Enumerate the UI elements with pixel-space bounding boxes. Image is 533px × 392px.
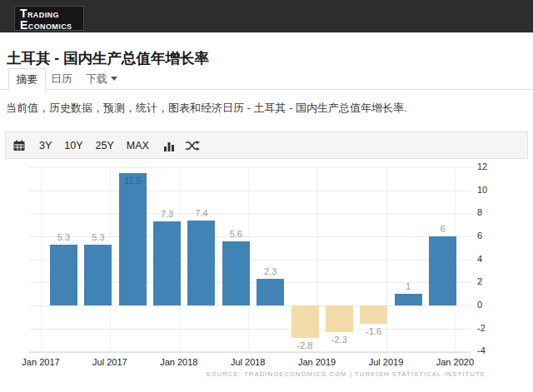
x-axis-tick-label: Jan 2017 [7, 357, 74, 367]
data-bar[interactable] [119, 173, 147, 305]
tab-summary[interactable]: 摘要 [8, 68, 46, 92]
x-axis-tick-label: Jan 2019 [284, 357, 351, 367]
bar-value-label: 5.6 [219, 229, 252, 239]
chevron-down-icon [111, 77, 117, 81]
bar-value-label: 7.4 [185, 208, 218, 218]
data-bar[interactable] [291, 305, 319, 338]
column-chart-icon[interactable] [163, 140, 175, 151]
y-axis-tick-label: 0 [477, 300, 497, 310]
data-bar[interactable] [326, 305, 353, 332]
bar-value-label: -1.6 [357, 326, 391, 336]
bar-value-label: 5.3 [82, 232, 115, 242]
data-bar[interactable] [257, 279, 284, 305]
y-axis-tick-label: 8 [477, 207, 497, 217]
y-axis-tick-label: -4 [477, 345, 497, 355]
y-axis-tick-label: 2 [477, 276, 497, 286]
x-axis-tick-label: Jul 2019 [353, 357, 420, 367]
y-axis-tick-label: -2 [477, 323, 497, 333]
logo-line-2: ECONOMICS [20, 20, 83, 32]
y-axis-tick-label: 6 [477, 231, 497, 241]
logo-line-1: TRADING [20, 8, 83, 20]
trading-economics-page: TRADING ECONOMICS 土耳其 - 国内生产总值年增长率 摘要 日历… [0, 0, 533, 392]
x-axis-tick-label: Jul 2017 [77, 357, 143, 367]
x-axis-baseline [29, 352, 471, 353]
data-bar[interactable] [187, 221, 215, 305]
bar-value-label: 6 [426, 224, 459, 234]
top-navigation-bar: TRADING ECONOMICS [0, 0, 533, 32]
data-bar[interactable] [395, 294, 422, 305]
chart-source-text: SOURCE: TRADINGECONOMICS.COM | TURKISH S… [206, 370, 486, 378]
trading-economics-logo[interactable]: TRADING ECONOMICS [14, 6, 84, 31]
calendar-icon[interactable] [13, 140, 25, 151]
tab-download[interactable]: 下载 [86, 68, 117, 90]
horizontal-gridline [29, 329, 471, 330]
chart-toolbar: 3Y 10Y 25Y MAX [5, 131, 528, 159]
x-axis-tick-label: Jan 2018 [146, 357, 212, 367]
bar-value-label: 11.5 [116, 176, 149, 186]
page-title: 土耳其 - 国内生产总值年增长率 [7, 48, 209, 68]
horizontal-gridline [29, 213, 471, 214]
data-bar[interactable] [360, 305, 387, 324]
range-max-button[interactable]: MAX [127, 140, 149, 151]
bar-value-label: -2.8 [288, 340, 321, 350]
y-axis-tick-label: 12 [477, 161, 497, 171]
data-bar[interactable] [429, 236, 456, 305]
range-25y-button[interactable]: 25Y [96, 140, 114, 151]
bar-value-label: 2.3 [254, 266, 287, 276]
horizontal-gridline [29, 167, 471, 168]
gdp-growth-bar-chart: SOURCE: TRADINGECONOMICS.COM | TURKISH S… [0, 160, 533, 392]
range-3y-button[interactable]: 3Y [39, 140, 52, 151]
bar-value-label: -2.3 [322, 335, 356, 345]
horizontal-gridline [29, 191, 471, 191]
bar-value-label: 7.3 [151, 209, 184, 219]
tab-bar: 摘要 日历 下载 [0, 68, 533, 90]
y-axis-tick-label: 4 [477, 254, 497, 264]
x-axis-tick-label: Jan 2020 [421, 357, 488, 367]
data-bar[interactable] [50, 245, 77, 305]
data-bar[interactable] [153, 221, 181, 305]
range-10y-button[interactable]: 10Y [64, 140, 82, 151]
horizontal-gridline [29, 305, 471, 306]
bar-value-label: 5.3 [47, 232, 81, 242]
data-bar[interactable] [222, 241, 250, 305]
page-description: 当前值，历史数据，预测，统计，图表和经济日历 - 土耳其 - 国内生产总值年增长… [6, 101, 522, 116]
tab-calendar[interactable]: 日历 [51, 68, 72, 90]
x-axis-tick-label: Jul 2018 [215, 357, 281, 367]
shuffle-compare-icon[interactable] [185, 140, 200, 151]
y-axis-tick-label: 10 [477, 185, 497, 195]
data-bar[interactable] [84, 245, 112, 305]
bar-value-label: 1 [391, 281, 425, 291]
